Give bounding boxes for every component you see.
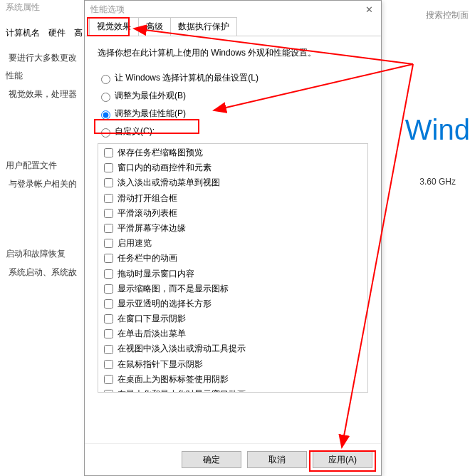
check-row[interactable]: 拖动时显示窗口内容 <box>100 267 366 281</box>
check-input[interactable] <box>104 360 113 369</box>
check-label: 任务栏中的动画 <box>118 252 177 265</box>
check-label: 滑动打开组合框 <box>118 192 177 205</box>
bg-tab-hardware[interactable]: 硬件 <box>48 27 66 39</box>
bg-perf-title: 性能 <box>6 70 83 82</box>
bg-title: 系统属性 <box>6 1 40 14</box>
check-input[interactable] <box>104 390 113 393</box>
check-label: 保存任务栏缩略图预览 <box>118 146 203 160</box>
dialog-title: 性能选项 <box>90 4 125 16</box>
radio-best-performance-label: 调整为最佳性能(P) <box>115 108 186 120</box>
check-row[interactable]: 在单击后淡出菜单 <box>100 326 366 341</box>
radio-let-windows-choose-label: 让 Windows 选择计算机的最佳设置(L) <box>115 72 258 84</box>
check-label: 平滑滚动列表框 <box>118 207 177 220</box>
bg-search-placeholder: 搜索控制面 <box>426 9 469 21</box>
check-row[interactable]: 保存任务栏缩略图预览 <box>100 145 366 160</box>
apply-button-label: 应用(A) <box>328 454 357 466</box>
check-input[interactable] <box>104 345 113 354</box>
check-row[interactable]: 平滑屏幕字体边缘 <box>100 221 366 236</box>
cancel-button[interactable]: 取消 <box>247 451 307 468</box>
check-label: 拖动时显示窗口内容 <box>118 267 194 281</box>
radio-best-appearance-input[interactable] <box>101 93 110 102</box>
bg-tab-advanced[interactable]: 高 <box>74 27 83 39</box>
apply-button[interactable]: 应用(A) <box>313 451 372 468</box>
bg-tab-strip: 计算机名 硬件 高 <box>6 27 83 39</box>
radio-custom-input[interactable] <box>101 128 110 138</box>
dialog-description: 选择你想在此计算机上使用的 Windows 外观和性能设置。 <box>98 46 368 59</box>
check-label: 在鼠标指针下显示阴影 <box>118 358 203 371</box>
check-input[interactable] <box>104 178 113 187</box>
radio-best-appearance[interactable]: 调整为最佳外观(B) <box>98 88 368 103</box>
check-input[interactable] <box>104 329 113 338</box>
check-row[interactable]: 在窗口下显示阴影 <box>100 311 366 326</box>
check-input[interactable] <box>104 375 113 384</box>
check-input[interactable] <box>104 239 113 248</box>
dialog-body: 选择你想在此计算机上使用的 Windows 外观和性能设置。 让 Windows… <box>85 36 381 443</box>
radio-custom-label: 自定义(C): <box>115 125 155 138</box>
check-row[interactable]: 在最大化和最小化时显示窗口动画 <box>100 387 366 393</box>
check-input[interactable] <box>104 284 113 294</box>
check-input[interactable] <box>104 269 113 279</box>
tab-visual-effects[interactable]: 视觉效果 <box>89 17 139 36</box>
radio-let-windows-choose-input[interactable] <box>101 75 110 84</box>
check-input[interactable] <box>104 314 113 324</box>
check-input[interactable] <box>104 163 113 172</box>
check-input[interactable] <box>104 254 113 263</box>
performance-options-dialog: 性能选项 ✕ 视觉效果 高级 数据执行保护 选择你想在此计算机上使用的 Wind… <box>84 0 382 476</box>
close-icon[interactable]: ✕ <box>362 4 375 15</box>
check-input[interactable] <box>104 299 113 309</box>
check-label: 在桌面上为图标标签使用阴影 <box>118 373 229 386</box>
cancel-button-label: 取消 <box>268 454 286 466</box>
ok-button-label: 确定 <box>203 454 220 466</box>
check-row[interactable]: 在桌面上为图标标签使用阴影 <box>100 372 366 387</box>
bg-start-title: 启动和故障恢复 <box>6 248 83 260</box>
dialog-footer: 确定 取消 应用(A) <box>85 443 381 475</box>
check-label: 显示亚透明的选择长方形 <box>118 297 212 311</box>
check-row[interactable]: 平滑滚动列表框 <box>100 206 366 221</box>
visual-effects-checklist[interactable]: 保存任务栏缩略图预览窗口内的动画控件和元素淡入淡出或滑动菜单到视图滑动打开组合框… <box>98 143 368 393</box>
check-input[interactable] <box>104 224 113 233</box>
check-row[interactable]: 淡入淡出或滑动菜单到视图 <box>100 175 366 190</box>
check-label: 在最大化和最小化时显示窗口动画 <box>118 388 246 393</box>
dialog-tab-strip: 视觉效果 高级 数据执行保护 <box>85 18 381 36</box>
check-row[interactable]: 启用速览 <box>100 236 366 251</box>
check-label: 在视图中淡入淡出或滑动工具提示 <box>118 342 246 356</box>
tab-dep[interactable]: 数据执行保护 <box>170 17 237 36</box>
bg-perf-body: 视觉效果，处理器 <box>6 88 83 101</box>
radio-best-performance-input[interactable] <box>101 110 110 120</box>
windows-logo-text: Wind <box>405 114 470 146</box>
radio-let-windows-choose[interactable]: 让 Windows 选择计算机的最佳设置(L) <box>98 71 368 86</box>
bg-cpu-speed: 3.60 GHz <box>419 177 456 187</box>
tab-dep-label: 数据执行保护 <box>178 21 229 31</box>
check-label: 显示缩略图，而不是显示图标 <box>118 282 229 296</box>
radio-best-appearance-label: 调整为最佳外观(B) <box>115 90 186 102</box>
check-row[interactable]: 在视图中淡入淡出或滑动工具提示 <box>100 341 366 356</box>
dialog-titlebar: 性能选项 ✕ <box>85 1 381 18</box>
check-label: 淡入淡出或滑动菜单到视图 <box>118 176 220 190</box>
check-label: 在单击后淡出菜单 <box>118 327 186 341</box>
check-input[interactable] <box>104 209 113 218</box>
check-row[interactable]: 在鼠标指针下显示阴影 <box>100 357 366 372</box>
radio-best-performance[interactable]: 调整为最佳性能(P) <box>98 106 368 121</box>
check-row[interactable]: 滑动打开组合框 <box>100 191 366 206</box>
bg-change-note: 要进行大多数更改 <box>6 51 83 65</box>
tab-advanced-label: 高级 <box>146 21 163 31</box>
check-input[interactable] <box>104 148 113 157</box>
bg-start-body: 系统启动、系统故 <box>6 266 83 279</box>
bg-user-body: 与登录帐户相关的 <box>6 177 83 191</box>
check-input[interactable] <box>104 194 113 203</box>
check-row[interactable]: 显示缩略图，而不是显示图标 <box>100 281 366 296</box>
check-label: 平滑屏幕字体边缘 <box>118 222 186 235</box>
ok-button[interactable]: 确定 <box>182 451 241 468</box>
tab-visual-effects-label: 视觉效果 <box>97 21 131 31</box>
check-label: 在窗口下显示阴影 <box>118 312 186 326</box>
bg-user-title: 用户配置文件 <box>6 160 83 172</box>
tab-advanced[interactable]: 高级 <box>138 17 171 36</box>
check-row[interactable]: 窗口内的动画控件和元素 <box>100 160 366 175</box>
bg-tab-computer-name[interactable]: 计算机名 <box>6 27 40 39</box>
check-label: 启用速览 <box>118 237 152 250</box>
check-row[interactable]: 显示亚透明的选择长方形 <box>100 296 366 311</box>
radio-custom[interactable]: 自定义(C): <box>98 124 368 139</box>
check-row[interactable]: 任务栏中的动画 <box>100 251 366 266</box>
check-label: 窗口内的动画控件和元素 <box>118 161 212 175</box>
